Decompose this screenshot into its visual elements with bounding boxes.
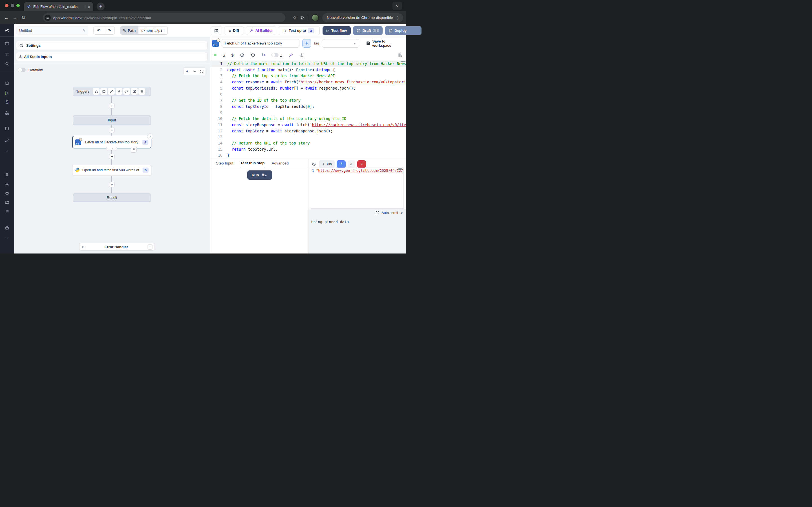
code-line[interactable]: 2export async function main(): Promise<s… — [210, 67, 406, 73]
sidebar-item-schedules[interactable] — [0, 125, 14, 132]
deploy-button[interactable]: Deploy — [385, 26, 406, 35]
chrome-update-button[interactable]: Nouvelle version de Chrome disponible ⋮ — [322, 13, 403, 22]
ai-assistant-icon[interactable] — [289, 53, 293, 57]
fit-view-button[interactable] — [198, 68, 206, 75]
sidebar-item-runs[interactable]: ▷ — [0, 89, 14, 96]
extensions-icon[interactable] — [300, 15, 305, 20]
sidebar-item-user[interactable] — [0, 171, 14, 178]
zoom-out-button[interactable]: − — [191, 68, 198, 75]
code-line[interactable]: 15 return topStory.url; — [210, 147, 406, 153]
step-title-input[interactable]: Fetch url of HackerNews top story — [221, 39, 299, 48]
test-flow-button[interactable]: ▷ Test flow — [322, 26, 351, 35]
sidebar-item-logs[interactable] — [0, 208, 14, 215]
docs-button[interactable] — [211, 26, 222, 35]
diff-mode-toggle[interactable] — [271, 53, 278, 57]
help-icon[interactable] — [0, 224, 14, 232]
back-button[interactable]: ← — [2, 15, 11, 20]
tab-test-this-step[interactable]: Test this step — [241, 159, 265, 167]
tab-step-input[interactable]: Step Input — [216, 159, 234, 167]
sidebar-item-apps[interactable] — [0, 40, 14, 47]
maximize-window-button[interactable] — [16, 4, 20, 7]
code-line[interactable]: 12 const topStory = await storyResponse.… — [210, 128, 406, 134]
history-icon[interactable] — [311, 162, 317, 166]
accept-pin-button[interactable]: ✓ — [348, 160, 355, 168]
pinned-active-button[interactable] — [337, 160, 346, 168]
http-route-icon[interactable] — [108, 88, 115, 95]
code-line[interactable]: 3 // Fetch the top stories from Hacker N… — [210, 73, 406, 79]
new-tab-button[interactable]: + — [97, 3, 105, 10]
dataflow-toggle[interactable] — [18, 68, 26, 72]
minimize-window-button[interactable] — [11, 4, 14, 7]
insert-step-button[interactable]: + — [109, 128, 114, 133]
package-icon[interactable] — [240, 53, 245, 57]
result-node[interactable]: Result — [73, 193, 151, 202]
browser-tab[interactable]: Edit Flow u/henri/pin_results × — [24, 2, 93, 11]
code-line[interactable]: 13 — [210, 134, 406, 140]
input-node[interactable]: Input — [73, 115, 151, 125]
collapse-sidebar-icon[interactable]: → — [0, 233, 14, 241]
kafka-trigger-icon[interactable] — [123, 88, 130, 95]
remove-pin-button[interactable]: × — [357, 160, 366, 168]
pinned-value-editor[interactable]: 1 "https://www.geoffreylitt.com/2025/04/… — [311, 168, 403, 209]
forward-button[interactable]: → — [11, 15, 19, 20]
sidebar-item-favorites[interactable]: ☆ — [0, 50, 14, 58]
schedule-icon[interactable] — [100, 88, 107, 95]
bookmark-star-icon[interactable]: ☆ — [293, 15, 297, 20]
undo-button[interactable]: ↶ — [94, 26, 104, 34]
editor-settings-icon[interactable] — [299, 53, 304, 57]
code-line[interactable]: 1// Define the main function to fetch th… — [210, 61, 406, 67]
sidebar-item-home[interactable] — [0, 79, 14, 87]
url-bar[interactable]: app.windmill.dev/flows/edit/u/henri/pin_… — [43, 13, 285, 22]
gear-icon[interactable] — [0, 180, 14, 188]
resources-icon[interactable]: $ — [231, 53, 234, 57]
windmill-logo[interactable] — [0, 27, 14, 34]
sidebar-item-routes[interactable] — [0, 136, 14, 144]
pinned-data-badge[interactable] — [131, 147, 137, 153]
code-line[interactable]: 5 const topStoriesIds: number[] = await … — [210, 86, 406, 92]
scrollbar-thumb[interactable] — [398, 168, 402, 170]
ai-builder-button[interactable]: AI Builder — [246, 26, 276, 35]
delete-step-button[interactable]: × — [147, 133, 153, 139]
code-line[interactable]: 4 const response = await fetch('https://… — [210, 79, 406, 86]
reload-button[interactable]: ↻ — [19, 15, 28, 20]
zoom-in-button[interactable]: + — [184, 68, 191, 75]
variables-icon[interactable]: $ — [223, 53, 225, 57]
email-trigger-icon[interactable] — [131, 88, 138, 95]
search-icon[interactable] — [0, 60, 14, 68]
tab-advanced[interactable]: Advanced — [272, 159, 289, 167]
run-button[interactable]: Run ⌘↵ — [247, 170, 272, 180]
editor-scrollbar[interactable] — [401, 61, 405, 62]
library-icon[interactable] — [397, 53, 402, 57]
folder-icon[interactable] — [0, 199, 14, 206]
profile-avatar[interactable] — [312, 14, 319, 21]
chrome-menu-icon[interactable]: ⋮ — [396, 15, 400, 20]
code-line[interactable]: 6 — [210, 91, 406, 98]
redo-button[interactable]: ↷ — [104, 26, 115, 34]
code-line[interactable]: 14 // Return the URL of the top story — [210, 140, 406, 147]
code-line[interactable]: 11 const storyResponse = await fetch(`ht… — [210, 122, 406, 128]
code-line[interactable]: 10 // Fetch the details of the top story… — [210, 116, 406, 122]
poll-trigger-icon[interactable] — [139, 88, 145, 95]
sidebar-item-variables[interactable]: $ — [0, 99, 14, 106]
insert-step-button[interactable]: + — [109, 182, 114, 187]
code-line[interactable]: 16} — [210, 152, 406, 159]
pin-button[interactable]: Pin — [319, 160, 335, 168]
save-to-workspace-button[interactable]: Save to workspace — [366, 39, 404, 48]
collapse-step-chevron[interactable] — [106, 147, 117, 151]
path-editor[interactable]: ✎ Path u/henri/pin — [120, 26, 168, 35]
triggers-node[interactable]: Triggers — [73, 87, 151, 96]
tab-close-icon[interactable]: × — [88, 4, 90, 9]
code-line[interactable]: 7 // Get the ID of the top story — [210, 98, 406, 104]
flow-settings-button[interactable]: Settings — [16, 41, 207, 50]
code-line[interactable]: 8 const topStoryId = topStoriesIds[0]; — [210, 104, 406, 110]
tab-search-button[interactable] — [393, 2, 402, 10]
websocket-icon[interactable] — [116, 88, 122, 95]
error-handler-node[interactable]: Error Handler + — [79, 243, 155, 251]
add-error-handler-button[interactable]: + — [147, 244, 153, 249]
auto-scroll-control[interactable]: Auto scroll ✔ — [375, 211, 403, 215]
tag-select[interactable] — [322, 39, 359, 48]
all-static-inputs-button[interactable]: $ All Static Inputs — [16, 52, 207, 61]
draft-button[interactable]: Draft ⌘S — [353, 26, 383, 35]
step-node-b[interactable]: Open url and fetch first 500 words of ..… — [72, 165, 151, 176]
close-window-button[interactable] — [5, 4, 8, 7]
